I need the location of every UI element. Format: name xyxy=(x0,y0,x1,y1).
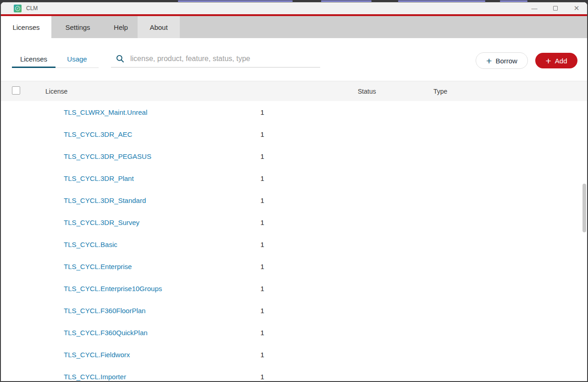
window-title: CLM xyxy=(26,5,38,11)
select-all-checkbox[interactable] xyxy=(12,86,20,95)
column-header-status[interactable]: Status xyxy=(358,81,376,101)
license-link[interactable]: TLS_CYCL.3DR_Standard xyxy=(64,189,146,211)
table-row: TLS_CYCL.F360QuickPlan 1 xyxy=(1,321,587,343)
table-header: License Status Type xyxy=(1,81,587,101)
subtab-licenses[interactable]: Licenses xyxy=(12,50,55,68)
app-logo-icon: ✓ xyxy=(14,5,22,12)
close-button[interactable]: ✕ xyxy=(566,2,587,14)
minimize-button[interactable]: — xyxy=(524,2,545,14)
tab-about[interactable]: About xyxy=(138,16,180,38)
license-count: 1 xyxy=(257,233,268,255)
license-link[interactable]: TLS_CYCL.3DR_PEGASUS xyxy=(64,145,151,167)
check-icon: ✓ xyxy=(15,6,20,11)
maximize-icon xyxy=(553,6,558,11)
plus-icon: + xyxy=(486,56,492,66)
license-link[interactable]: TLS_CYCL.Enterprise xyxy=(64,255,132,277)
table-row: TLS_CYCL.3DR_Plant 1 xyxy=(1,167,587,189)
minimize-icon: — xyxy=(532,5,538,12)
license-count: 1 xyxy=(257,299,268,321)
license-table-body: TLS_CLWRX_Maint.Unreal 1 TLS_CYCL.3DR_AE… xyxy=(1,101,587,381)
table-row: TLS_CYCL.3DR_Survey 1 xyxy=(1,211,587,233)
table-row: TLS_CYCL.Enterprise10Groups 1 xyxy=(1,277,587,299)
subtab-usage[interactable]: Usage xyxy=(55,50,99,68)
tab-settings[interactable]: Settings xyxy=(51,16,104,38)
license-link[interactable]: TLS_CYCL.3DR_Survey xyxy=(64,211,139,233)
tab-help[interactable]: Help xyxy=(104,16,138,38)
search-input[interactable] xyxy=(130,55,320,63)
add-button[interactable]: + Add xyxy=(535,53,577,68)
license-count: 1 xyxy=(257,343,268,365)
license-link[interactable]: TLS_CYCL.Basic xyxy=(64,233,117,255)
license-count: 1 xyxy=(257,167,268,189)
license-count: 1 xyxy=(257,145,268,167)
license-count: 1 xyxy=(257,101,268,123)
search-field xyxy=(111,50,320,67)
license-count: 1 xyxy=(257,123,268,145)
table-row: TLS_CYCL.F360FloorPlan 1 xyxy=(1,299,587,321)
maximize-button[interactable] xyxy=(545,2,566,14)
table-row: TLS_CYCL.Fieldworx 1 xyxy=(1,343,587,365)
app-window: ✓ CLM — ✕ Licenses Settings Help About L… xyxy=(0,2,588,382)
table-row: TLS_CYCL.Enterprise 1 xyxy=(1,255,587,277)
license-link[interactable]: TLS_CYCL.F360FloorPlan xyxy=(64,299,145,321)
table-row: TLS_CYCL.3DR_PEGASUS 1 xyxy=(1,145,587,167)
table-row: TLS_CYCL.3DR_Standard 1 xyxy=(1,189,587,211)
license-count: 1 xyxy=(257,211,268,233)
license-link[interactable]: TLS_CYCL.Enterprise10Groups xyxy=(64,277,162,299)
window-controls: — ✕ xyxy=(524,2,587,14)
table-row: TLS_CYCL.Importer 1 xyxy=(1,365,587,381)
license-count: 1 xyxy=(257,321,268,343)
main-tab-bar: Licenses Settings Help About xyxy=(1,16,587,38)
table-row: TLS_CYCL.3DR_AEC 1 xyxy=(1,123,587,145)
search-icon xyxy=(116,54,125,63)
table-row: TLS_CYCL.Basic 1 xyxy=(1,233,587,255)
license-link[interactable]: TLS_CYCL.3DR_Plant xyxy=(64,167,134,189)
license-link[interactable]: TLS_CYCL.Fieldworx xyxy=(64,343,130,365)
license-link[interactable]: TLS_CLWRX_Maint.Unreal xyxy=(64,101,147,123)
license-count: 1 xyxy=(257,365,268,381)
license-link[interactable]: TLS_CYCL.Importer xyxy=(64,365,126,381)
borrow-button-label: Borrow xyxy=(495,57,517,65)
plus-icon: + xyxy=(546,56,551,66)
sub-tab-bar: Licenses Usage xyxy=(12,50,99,68)
column-header-license[interactable]: License xyxy=(45,81,67,101)
table-row: TLS_CLWRX_Maint.Unreal 1 xyxy=(1,101,587,123)
license-count: 1 xyxy=(257,255,268,277)
borrow-button[interactable]: + Borrow xyxy=(476,52,528,69)
license-count: 1 xyxy=(257,189,268,211)
column-header-type[interactable]: Type xyxy=(433,81,447,101)
title-bar: ✓ CLM — ✕ xyxy=(1,2,587,14)
tab-licenses[interactable]: Licenses xyxy=(1,16,51,38)
add-button-label: Add xyxy=(555,57,567,65)
vertical-scrollbar-thumb[interactable] xyxy=(582,184,586,232)
license-link[interactable]: TLS_CYCL.3DR_AEC xyxy=(64,123,132,145)
license-count: 1 xyxy=(257,277,268,299)
close-icon: ✕ xyxy=(574,4,580,12)
license-link[interactable]: TLS_CYCL.F360QuickPlan xyxy=(64,321,148,343)
